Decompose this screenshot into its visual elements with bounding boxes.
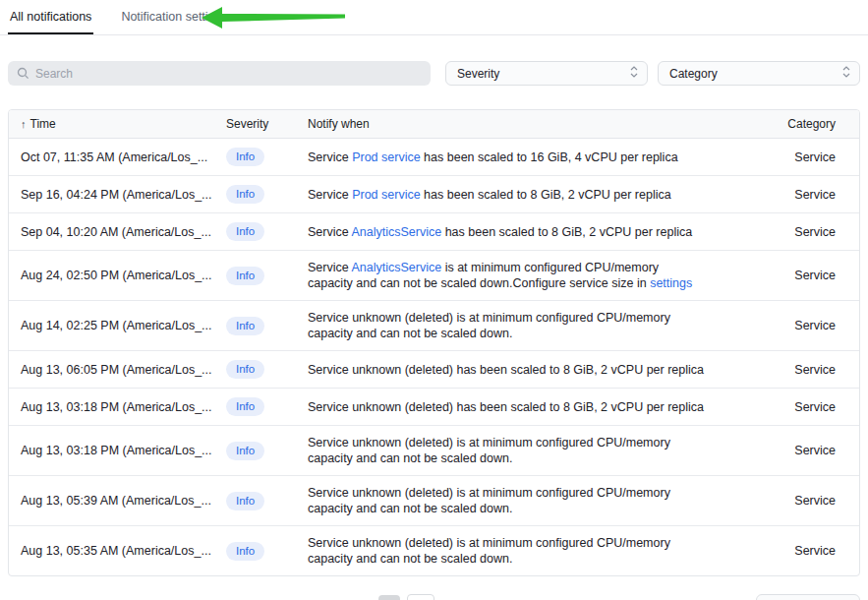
cell-notify-when: Service AnalyticsService is at minimum c… (296, 251, 717, 301)
severity-badge: Info (226, 267, 264, 285)
notify-link[interactable]: settings (650, 276, 692, 290)
cell-notify-when: Service unknown (deleted) has been scale… (296, 351, 717, 389)
severity-badge: Info (226, 442, 264, 460)
cell-notify-when: Service AnalyticsService has been scaled… (296, 213, 717, 251)
column-header-category[interactable]: Category (717, 110, 859, 139)
notify-link[interactable]: AnalyticsService (351, 225, 441, 239)
cell-severity: Info (214, 389, 296, 426)
cell-severity: Info (214, 426, 296, 476)
search-icon (17, 66, 29, 84)
severity-badge: Info (226, 360, 264, 379)
cell-category: Service (717, 426, 859, 476)
cell-time: Aug 13, 05:35 AM (America/Los_... (9, 526, 214, 576)
cell-notify-when: Service unknown (deleted) is at minimum … (296, 426, 717, 476)
cell-severity: Info (214, 251, 296, 301)
severity-badge: Info (226, 542, 264, 561)
severity-badge: Info (226, 185, 264, 204)
updown-chevron-icon (630, 65, 638, 82)
cell-severity: Info (214, 351, 296, 389)
cell-category: Service (717, 351, 859, 389)
notifications-page: All notifications Notification settings … (0, 0, 868, 600)
page-size-select[interactable]: 10 rows (756, 594, 860, 600)
table-footer: 17 rows ‹ of 2 › 10 rows (8, 594, 860, 600)
category-select[interactable]: Category (658, 61, 860, 86)
table-row: Aug 13, 05:39 AM (America/Los_...InfoSer… (9, 476, 859, 526)
cell-time: Aug 13, 03:18 PM (America/Los_... (9, 389, 214, 426)
notify-link[interactable]: Prod service (352, 188, 420, 202)
category-select-label: Category (669, 67, 718, 81)
filter-bar: Severity Category (0, 35, 868, 86)
cell-notify-when: Service unknown (deleted) is at minimum … (296, 301, 717, 351)
cell-notify-when: Service unknown (deleted) is at minimum … (296, 476, 717, 526)
notify-link[interactable]: AnalyticsService (351, 261, 441, 274)
cell-category: Service (717, 251, 859, 301)
cell-category: Service (717, 526, 859, 576)
cell-time: Aug 24, 02:50 PM (America/Los_... (9, 251, 214, 301)
updown-chevron-icon (842, 65, 850, 82)
table-row: Aug 13, 03:18 PM (America/Los_...InfoSer… (9, 426, 859, 476)
table-row: Aug 13, 03:18 PM (America/Los_...InfoSer… (9, 389, 859, 426)
cell-time: Oct 07, 11:35 AM (America/Los_... (9, 139, 214, 176)
cell-time: Aug 13, 03:18 PM (America/Los_... (9, 426, 214, 476)
cell-notify-when: Service Prod service has been scaled to … (296, 139, 717, 176)
tab-notification-settings[interactable]: Notification settings (119, 0, 229, 34)
page-number-input[interactable] (407, 594, 434, 600)
severity-badge: Info (226, 148, 264, 166)
table-header-row: ↑Time Severity Notify when Category (9, 110, 859, 139)
cell-severity: Info (214, 139, 296, 176)
search-input[interactable] (8, 61, 431, 86)
table-row: Aug 13, 06:05 PM (America/Los_...InfoSer… (9, 351, 859, 389)
search-box (8, 61, 431, 86)
severity-badge: Info (226, 222, 264, 241)
column-header-time[interactable]: ↑Time (9, 110, 214, 139)
table-row: Sep 04, 10:20 AM (America/Los_...InfoSer… (9, 213, 859, 251)
cell-severity: Info (214, 213, 296, 251)
cell-time: Aug 13, 05:39 AM (America/Los_... (9, 476, 214, 526)
cell-notify-when: Service unknown (deleted) is at minimum … (296, 526, 717, 576)
cell-time: Sep 04, 10:20 AM (America/Los_... (9, 213, 214, 251)
table-row: Aug 14, 02:25 PM (America/Los_...InfoSer… (9, 301, 859, 351)
cell-category: Service (717, 476, 859, 526)
severity-select[interactable]: Severity (445, 61, 648, 86)
table-row: Aug 13, 05:35 AM (America/Los_...InfoSer… (9, 526, 859, 576)
severity-select-label: Severity (457, 67, 499, 81)
column-header-notify-when[interactable]: Notify when (296, 110, 717, 139)
cell-category: Service (717, 139, 859, 176)
next-page-button[interactable]: › (468, 595, 490, 600)
notify-link[interactable]: Prod service (352, 150, 420, 164)
cell-notify-when: Service Prod service has been scaled to … (296, 176, 717, 213)
cell-category: Service (717, 213, 859, 251)
column-header-time-label: Time (30, 117, 56, 131)
table-row: Aug 24, 02:50 PM (America/Los_...InfoSer… (9, 251, 859, 301)
tab-all-notifications[interactable]: All notifications (8, 0, 93, 34)
cell-severity: Info (214, 301, 296, 351)
table-row: Oct 07, 11:35 AM (America/Los_...InfoSer… (9, 139, 859, 176)
pagination: ‹ of 2 › (155, 594, 713, 600)
cell-category: Service (717, 176, 859, 213)
cell-severity: Info (214, 176, 296, 213)
notifications-table: ↑Time Severity Notify when Category Oct … (8, 109, 860, 576)
cell-category: Service (717, 301, 859, 351)
table-row: Sep 16, 04:24 PM (America/Los_...InfoSer… (9, 176, 859, 213)
cell-notify-when: Service unknown (deleted) has been scale… (296, 389, 717, 426)
cell-time: Sep 16, 04:24 PM (America/Los_... (9, 176, 214, 213)
cell-time: Aug 13, 06:05 PM (America/Los_... (9, 351, 214, 389)
table-body: Oct 07, 11:35 AM (America/Los_...InfoSer… (9, 139, 859, 576)
cell-severity: Info (214, 526, 296, 576)
severity-badge: Info (226, 492, 264, 510)
sort-ascending-icon: ↑ (21, 118, 27, 130)
cell-category: Service (717, 389, 859, 426)
severity-badge: Info (226, 317, 264, 335)
previous-page-button[interactable]: ‹ (378, 595, 400, 600)
severity-badge: Info (226, 397, 264, 416)
tab-bar: All notifications Notification settings (0, 0, 868, 35)
column-header-severity[interactable]: Severity (214, 110, 296, 139)
cell-severity: Info (214, 476, 296, 526)
cell-time: Aug 14, 02:25 PM (America/Los_... (9, 301, 214, 351)
